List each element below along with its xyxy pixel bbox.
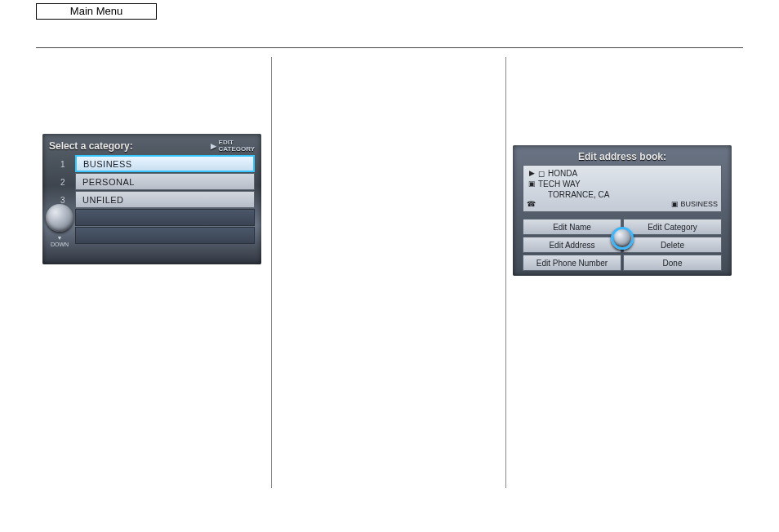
- category-label: UNFILED: [82, 195, 124, 205]
- column-left: Select a category: ▶ EDIT CATEGORY 1 2 3…: [36, 57, 271, 488]
- edit-category-label: EDIT CATEGORY: [219, 140, 255, 153]
- row-index-1: 1: [60, 155, 65, 173]
- column-middle: [271, 57, 506, 488]
- phone-icon: ☎: [527, 199, 536, 210]
- row-index-2: 2: [60, 173, 65, 191]
- edit-address-book-screen: Edit address book: ▶ ◻ HONDA ▣ TECH WAY …: [513, 145, 732, 276]
- category-label: PERSONAL: [82, 177, 135, 187]
- edit-category-button[interactable]: Edit Category: [623, 219, 722, 235]
- rotary-knob[interactable]: [46, 204, 73, 232]
- play-icon: ▶: [211, 143, 216, 149]
- select-category-header: Select a category: ▶ EDIT CATEGORY: [49, 139, 255, 153]
- down-label: ▼ DOWN: [47, 235, 72, 248]
- column-right: Edit address book: ▶ ◻ HONDA ▣ TECH WAY …: [506, 57, 741, 488]
- category-row-empty: [75, 227, 255, 244]
- main-menu-button[interactable]: Main Menu: [36, 3, 157, 20]
- delete-button[interactable]: Delete: [623, 237, 722, 253]
- category-row-empty: [75, 209, 255, 226]
- row-indices: 1 2 3: [60, 155, 65, 209]
- divider-line: [36, 47, 743, 48]
- edit-address-book-title: Edit address book:: [513, 151, 732, 162]
- edit-category-button[interactable]: ▶ EDIT CATEGORY: [211, 140, 255, 153]
- address-name: HONDA: [548, 168, 577, 179]
- category-row-unfiled[interactable]: UNFILED: [75, 191, 255, 208]
- cursor-icon: ▶: [527, 168, 536, 179]
- location-icon: ▣: [527, 179, 536, 189]
- select-category-screen: Select a category: ▶ EDIT CATEGORY 1 2 3…: [42, 134, 261, 264]
- rotary-knob[interactable]: [611, 227, 634, 250]
- category-list: BUSINESS PERSONAL UNFILED: [75, 155, 255, 245]
- page-columns: Select a category: ▶ EDIT CATEGORY 1 2 3…: [36, 57, 743, 488]
- category-row-personal[interactable]: PERSONAL: [75, 173, 255, 190]
- done-button[interactable]: Done: [623, 255, 722, 271]
- category-badge: BUSINESS: [680, 200, 718, 208]
- address-street: TECH WAY: [538, 179, 581, 189]
- edit-phone-number-button[interactable]: Edit Phone Number: [523, 255, 621, 271]
- camera-icon: ◻: [538, 168, 545, 179]
- category-row-business[interactable]: BUSINESS: [75, 155, 255, 172]
- edit-address-button[interactable]: Edit Address: [523, 237, 621, 253]
- category-label: BUSINESS: [83, 159, 132, 169]
- select-category-title: Select a category:: [49, 140, 133, 152]
- car-icon: ▣: [671, 200, 679, 208]
- edit-name-button[interactable]: Edit Name: [523, 219, 621, 235]
- address-info-panel: ▶ ◻ HONDA ▣ TECH WAY TORRANCE, CA ☎: [523, 165, 722, 212]
